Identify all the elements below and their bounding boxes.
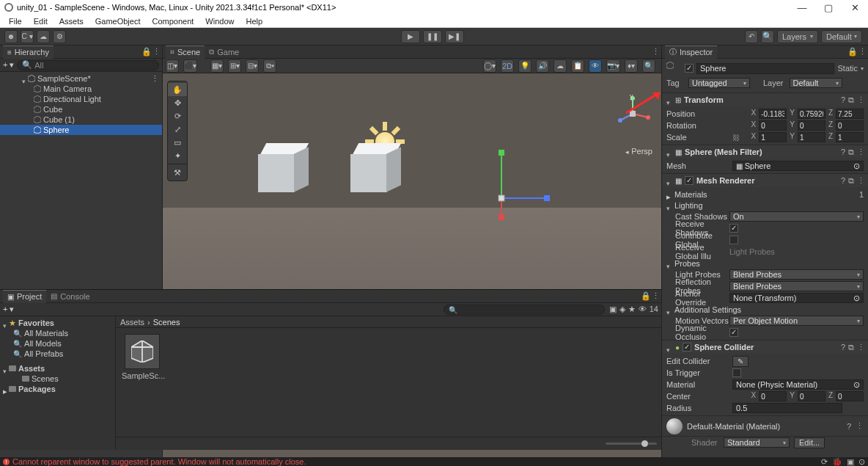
status-progress-icon[interactable]: ⟳: [821, 457, 828, 467]
favorite-item[interactable]: 🔍 All Models: [0, 338, 115, 349]
rect-tool[interactable]: ▭: [168, 136, 187, 149]
radius-field[interactable]: 0.5: [732, 403, 842, 413]
shader-dropdown[interactable]: Standard▾: [724, 437, 790, 448]
active-checkbox[interactable]: [685, 64, 694, 73]
cube-object[interactable]: [258, 143, 309, 196]
status-build-icon[interactable]: ▣: [847, 457, 854, 467]
game-tab[interactable]: ⧉Game: [205, 46, 243, 58]
move-tool[interactable]: ✥: [168, 96, 187, 109]
hidden-icon[interactable]: 👁: [639, 305, 647, 314]
hierarchy-node[interactable]: Main Camera: [0, 84, 162, 94]
gizmos-dropdown[interactable]: ♦▾: [625, 59, 638, 73]
is-trigger-check[interactable]: [732, 368, 741, 377]
filter-label-icon[interactable]: ◈: [619, 305, 625, 314]
inspector-tab[interactable]: ⓘInspector: [665, 45, 717, 59]
dynamic-occlusion-check[interactable]: [729, 328, 738, 337]
menu-icon[interactable]: ⋮: [857, 95, 865, 105]
menu-assets[interactable]: Assets: [54, 17, 89, 26]
cast-shadows-dropdown[interactable]: On▾: [729, 211, 864, 222]
preset-icon[interactable]: ⧉: [848, 95, 854, 105]
scene-tab[interactable]: ⌗Scene: [166, 45, 205, 59]
close-button[interactable]: ✕: [842, 0, 868, 15]
settings-button[interactable]: ⚙: [53, 30, 66, 43]
console-tab[interactable]: ▤Console: [46, 291, 94, 302]
tag-dropdown[interactable]: Untagged▾: [688, 78, 750, 88]
scale-tool[interactable]: ⤢: [168, 123, 187, 136]
reflection-probes-dropdown[interactable]: Blend Probes▾: [729, 281, 864, 291]
rot-z[interactable]: [836, 120, 864, 131]
hierarchy-add-button[interactable]: + ▾: [3, 60, 14, 70]
inspector-lock-icon[interactable]: 🔒: [847, 47, 856, 57]
assets-folder[interactable]: Assets: [0, 363, 115, 374]
account-button[interactable]: ☻: [4, 30, 18, 43]
audio-toggle[interactable]: 🔊: [536, 59, 549, 73]
lighting-toggle[interactable]: 💡: [518, 59, 532, 73]
hierarchy-node-selected[interactable]: Sphere: [0, 125, 162, 135]
favorites-header[interactable]: ★Favorites: [0, 318, 115, 328]
thumbnail-size-knob[interactable]: [641, 440, 648, 447]
hierarchy-tab[interactable]: ≡ Hierarchy: [3, 45, 54, 59]
menu-gameobject[interactable]: GameObject: [89, 17, 147, 26]
scene-menu-icon[interactable]: ⋮: [151, 74, 159, 84]
pause-button[interactable]: ❚❚: [423, 30, 442, 43]
fx-toggle[interactable]: ☁: [553, 59, 567, 73]
scene-row[interactable]: SampleScene* ⋮: [0, 73, 162, 84]
center-z[interactable]: [836, 391, 864, 401]
hand-tool[interactable]: ✋: [168, 83, 187, 96]
persp-label[interactable]: ◂ Persp: [625, 147, 652, 156]
2d-toggle[interactable]: 2D: [501, 59, 514, 73]
snap-grid-button[interactable]: ▦▾: [210, 59, 224, 73]
mesh-field[interactable]: ▦ Sphere⊙: [732, 161, 864, 171]
material-edit-button[interactable]: Edit...: [794, 437, 825, 448]
snap-incr-button[interactable]: ⊞▾: [228, 59, 241, 73]
cloud-button[interactable]: ☁: [37, 30, 50, 43]
center-y[interactable]: [798, 391, 825, 401]
filter-type-icon[interactable]: ▣: [609, 305, 617, 314]
menu-component[interactable]: Component: [146, 17, 199, 26]
hierarchy-node[interactable]: Cube: [0, 104, 162, 114]
layers-dropdown[interactable]: Layers▾: [777, 30, 818, 43]
maximize-button[interactable]: ▢: [815, 0, 842, 15]
favorite-icon[interactable]: ★: [628, 305, 636, 314]
scl-x[interactable]: [759, 132, 787, 142]
hierarchy-node[interactable]: Cube (1): [0, 114, 162, 125]
scene-menu-icon[interactable]: ⋮: [651, 47, 660, 57]
material-help-icon[interactable]: ?: [847, 422, 851, 431]
rotate-tool[interactable]: ⟳: [168, 109, 187, 123]
undo-history-button[interactable]: ↶: [745, 30, 758, 43]
menu-edit[interactable]: Edit: [28, 17, 54, 26]
status-sync-icon[interactable]: ⊙: [858, 457, 865, 467]
hierarchy-lock-icon[interactable]: 🔒: [141, 47, 150, 57]
rot-y[interactable]: [798, 120, 825, 131]
minimize-button[interactable]: —: [789, 0, 815, 15]
pos-x[interactable]: [759, 109, 787, 119]
project-menu-icon[interactable]: ⋮: [651, 291, 660, 301]
receive-shadows-check[interactable]: [729, 224, 738, 233]
step-button[interactable]: ▶❚: [445, 30, 464, 43]
play-button[interactable]: ▶: [401, 30, 420, 43]
cube-object[interactable]: [350, 143, 402, 196]
breadcrumb-assets[interactable]: Assets: [120, 318, 144, 327]
hierarchy-search[interactable]: 🔍 All: [17, 60, 159, 70]
hierarchy-menu-icon[interactable]: ⋮: [152, 47, 161, 57]
rot-x[interactable]: [759, 120, 787, 131]
badge-icon[interactable]: 📋: [571, 59, 584, 73]
scene-search-button[interactable]: 🔍: [642, 59, 655, 73]
project-add-button[interactable]: + ▾: [3, 305, 14, 314]
breadcrumb-scenes[interactable]: Scenes: [153, 318, 180, 327]
custom-tool[interactable]: ⚒: [168, 166, 187, 179]
snap-rotation-button[interactable]: ⧉▾: [263, 59, 276, 73]
object-name-field[interactable]: [696, 63, 834, 74]
edit-collider-button[interactable]: ✎: [732, 356, 749, 367]
camera-button[interactable]: 📷▾: [606, 59, 620, 73]
light-probes-dropdown[interactable]: Blend Probes▾: [729, 269, 864, 280]
anchor-override-field[interactable]: None (Transform)⊙: [729, 293, 864, 303]
contribute-gi-check[interactable]: [729, 236, 738, 244]
menu-file[interactable]: File: [3, 17, 28, 26]
material-menu-icon[interactable]: ⋮: [856, 421, 864, 431]
search-global-button[interactable]: 🔍: [761, 30, 774, 43]
help-icon[interactable]: ?: [841, 95, 845, 105]
pos-y[interactable]: [798, 109, 825, 119]
center-x[interactable]: [759, 391, 787, 401]
scale-link-icon[interactable]: ⛓: [732, 134, 740, 142]
